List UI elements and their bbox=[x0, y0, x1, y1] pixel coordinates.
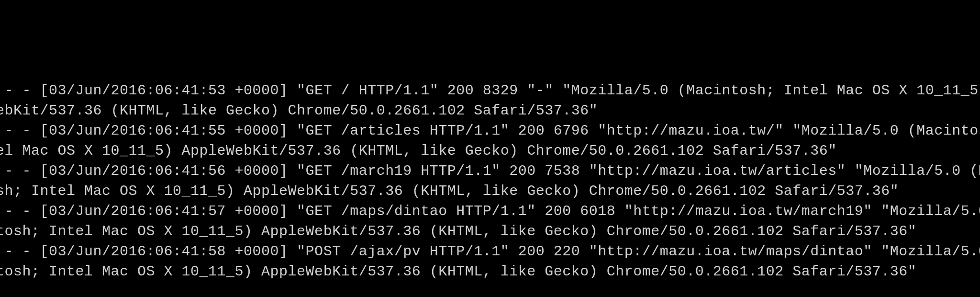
log-line: 146.90 - - [03/Jun/2016:06:41:57 +0000] … bbox=[0, 201, 980, 241]
log-line: 146.90 - - [03/Jun/2016:06:41:58 +0000] … bbox=[0, 241, 980, 282]
log-line: 146.90 - - [03/Jun/2016:06:41:56 +0000] … bbox=[0, 161, 980, 201]
log-line: 146.90 - - [03/Jun/2016:06:41:55 +0000] … bbox=[0, 121, 980, 161]
terminal-output[interactable]: 146.90 - - [03/Jun/2016:06:41:53 +0000] … bbox=[0, 80, 980, 282]
log-line: 146.90 - - [03/Jun/2016:06:41:53 +0000] … bbox=[0, 80, 980, 121]
